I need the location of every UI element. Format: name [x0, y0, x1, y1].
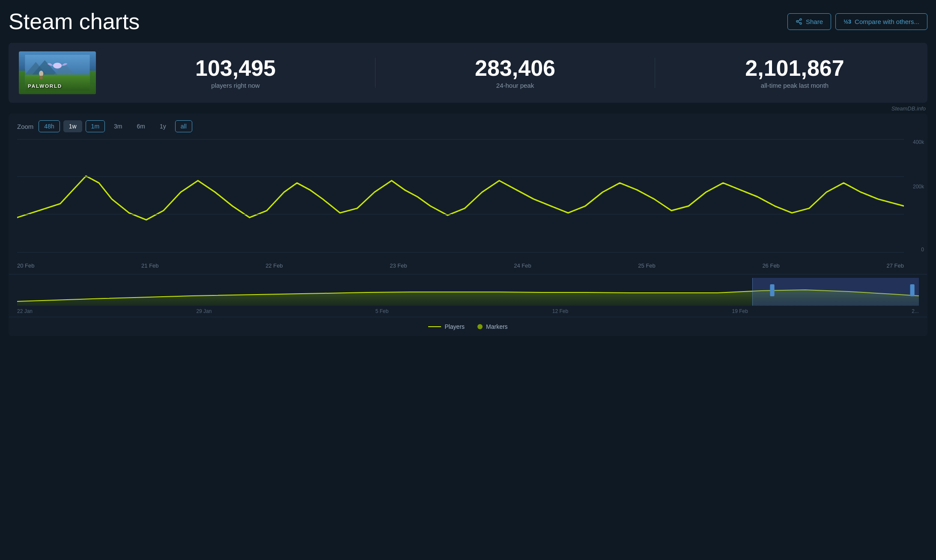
chart-container: Zoom 48h 1w 1m 3m 6m 1y all 400k 200k 0: [9, 113, 927, 336]
x-label-26feb: 26 Feb: [762, 262, 779, 269]
page-title: Steam charts: [9, 9, 140, 34]
x-label-25feb: 25 Feb: [638, 262, 655, 269]
page-header: Steam charts Share ½3 Compare with other…: [9, 9, 927, 34]
zoom-all[interactable]: all: [175, 120, 192, 132]
legend-players-label: Players: [444, 323, 465, 330]
stat-alltime-peak: 2,101,867 all-time peak last month: [672, 57, 917, 89]
svg-line-3: [798, 22, 800, 23]
share-icon: [796, 18, 802, 25]
stat-value-players-now: 103,495: [113, 57, 358, 79]
legend-line-players: [428, 326, 441, 327]
compare-icon: ½3: [844, 18, 851, 25]
main-chart-wrapper: 400k 200k 0 20 Feb 21 Feb 22 Feb 23 Feb …: [9, 139, 927, 274]
stat-value-alltime: 2,101,867: [672, 57, 917, 79]
main-chart-svg: [17, 139, 904, 259]
legend-markers: Markers: [477, 323, 508, 330]
game-thumbnail: PALWORLD: [19, 51, 96, 94]
stat-players-now: 103,495 players right now: [113, 57, 358, 89]
svg-point-2: [800, 23, 802, 24]
svg-point-10: [53, 63, 62, 68]
mini-label-19feb: 19 Feb: [732, 308, 748, 314]
svg-rect-12: [40, 76, 43, 79]
zoom-1y[interactable]: 1y: [154, 120, 172, 132]
mini-label-22jan: 22 Jan: [17, 308, 33, 314]
mini-chart-wrapper: 22 Jan 29 Jan 5 Feb 12 Feb 19 Feb 2...: [9, 274, 927, 317]
chart-legend: Players Markers: [9, 317, 927, 336]
mini-label-12feb: 12 Feb: [552, 308, 568, 314]
stat-divider-2: [655, 58, 655, 88]
stat-value-24h: 283,406: [393, 57, 638, 79]
stat-divider-1: [375, 58, 376, 88]
y-label-400k: 400k: [913, 139, 924, 145]
zoom-48h[interactable]: 48h: [39, 120, 60, 132]
mini-label-29jan: 29 Jan: [196, 308, 212, 314]
legend-circle-markers: [477, 324, 483, 329]
thumbnail-art: PALWORLD: [22, 55, 92, 91]
share-button[interactable]: Share: [787, 13, 831, 30]
mini-label-end: 2...: [912, 308, 919, 314]
zoom-controls: Zoom 48h 1w 1m 3m 6m 1y all: [9, 120, 927, 139]
zoom-6m[interactable]: 6m: [131, 120, 151, 132]
x-label-21feb: 21 Feb: [141, 262, 158, 269]
mini-selection-region: [753, 278, 919, 306]
steamdb-credit: SteamDB.info: [9, 105, 927, 112]
stat-label-24h: 24-hour peak: [393, 82, 638, 89]
x-axis-labels: 20 Feb 21 Feb 22 Feb 23 Feb 24 Feb 25 Fe…: [17, 261, 904, 274]
zoom-label: Zoom: [17, 123, 33, 130]
zoom-1w[interactable]: 1w: [63, 120, 82, 132]
stat-label-alltime: all-time peak last month: [672, 82, 917, 89]
header-buttons: Share ½3 Compare with others...: [787, 13, 927, 30]
x-label-24feb: 24 Feb: [514, 262, 531, 269]
stats-card: PALWORLD 103,495 players right now 283,4…: [9, 43, 927, 103]
chart-line: [17, 176, 904, 220]
legend-markers-label: Markers: [486, 323, 508, 330]
mini-marker-1: [770, 284, 774, 296]
mini-x-labels: 22 Jan 29 Jan 5 Feb 12 Feb 19 Feb 2...: [17, 307, 919, 317]
mini-marker-2: [910, 284, 915, 296]
zoom-3m[interactable]: 3m: [108, 120, 128, 132]
legend-players: Players: [428, 323, 465, 330]
svg-line-4: [798, 20, 800, 21]
x-label-27feb: 27 Feb: [886, 262, 903, 269]
y-label-0: 0: [921, 247, 924, 253]
stat-24h-peak: 283,406 24-hour peak: [393, 57, 638, 89]
x-label-20feb: 20 Feb: [17, 262, 34, 269]
mini-label-5feb: 5 Feb: [376, 308, 389, 314]
x-label-22feb: 22 Feb: [265, 262, 283, 269]
y-label-200k: 200k: [913, 184, 924, 190]
compare-button[interactable]: ½3 Compare with others...: [835, 13, 927, 30]
svg-point-1: [796, 21, 798, 22]
svg-point-0: [800, 18, 802, 20]
x-label-23feb: 23 Feb: [390, 262, 407, 269]
mini-chart-svg: [17, 278, 919, 306]
svg-text:PALWORLD: PALWORLD: [28, 83, 62, 89]
zoom-1m[interactable]: 1m: [86, 120, 105, 132]
stat-label-players-now: players right now: [113, 82, 358, 89]
svg-point-11: [39, 71, 43, 76]
